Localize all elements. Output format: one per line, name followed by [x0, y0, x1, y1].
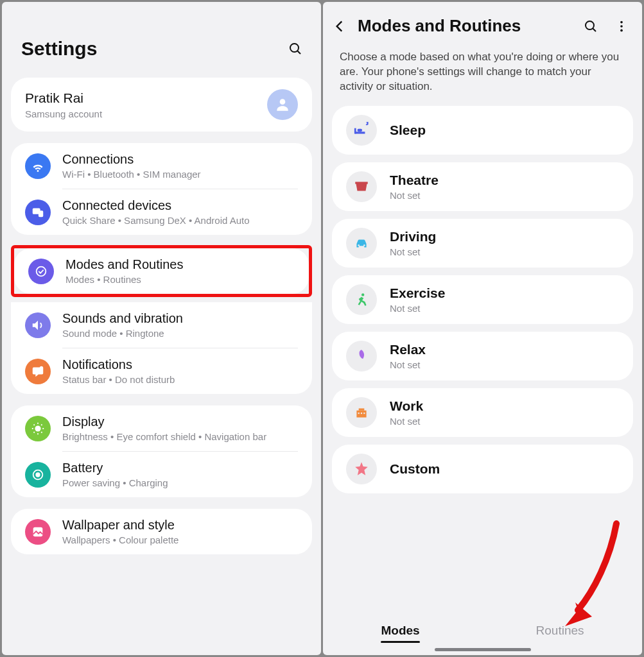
row-title: Display [62, 414, 298, 429]
svg-point-2 [280, 99, 286, 105]
mode-driving[interactable]: Driving Not set [332, 219, 633, 268]
mode-sleep[interactable]: Sleep [332, 106, 633, 155]
tab-routines[interactable]: Routines [536, 620, 584, 642]
row-sounds[interactable]: Sounds and vibration Sound mode • Ringto… [11, 302, 312, 348]
row-display[interactable]: Display Brightness • Eye comfort shield … [11, 405, 312, 451]
svg-rect-24 [358, 129, 363, 132]
settings-group-display: Display Brightness • Eye comfort shield … [11, 405, 312, 497]
mode-title: Relax [390, 342, 426, 357]
mode-sub: Not set [390, 303, 445, 314]
devices-icon [25, 200, 51, 225]
display-icon [25, 416, 51, 441]
row-title: Battery [62, 461, 298, 475]
page-title: Modes and Routines [355, 16, 575, 36]
search-icon[interactable] [286, 40, 304, 58]
mode-title: Custom [390, 461, 440, 477]
row-title: Notifications [62, 357, 298, 372]
account-card[interactable]: Pratik Rai Samsung account [11, 78, 312, 132]
row-sub: Power saving • Charging [62, 477, 298, 488]
wallpaper-icon [25, 519, 51, 545]
row-connected-devices[interactable]: Connected devices Quick Share • Samsung … [11, 189, 312, 235]
row-title: Sounds and vibration [62, 311, 298, 326]
mode-title: Theatre [390, 173, 439, 188]
mode-custom[interactable]: Custom [332, 445, 633, 493]
highlight-annotation: Modes and Routines Modes • Routines [11, 245, 312, 297]
svg-rect-18 [33, 527, 43, 536]
battery-icon [25, 462, 51, 488]
row-sub: Brightness • Eye comfort shield • Naviga… [62, 431, 298, 442]
custom-icon [346, 454, 377, 484]
svg-point-0 [290, 44, 299, 52]
page-title: Settings [21, 38, 97, 60]
avatar[interactable] [267, 89, 298, 120]
mode-title: Work [390, 398, 423, 414]
row-notifications[interactable]: Notifications Status bar • Do not distur… [11, 348, 312, 394]
svg-line-12 [33, 424, 34, 425]
svg-rect-30 [361, 413, 362, 414]
row-modes-routines[interactable]: Modes and Routines Modes • Routines [14, 248, 309, 294]
mode-title: Driving [390, 229, 436, 244]
row-sub: Wi-Fi • Bluetooth • SIM manager [62, 169, 298, 180]
tab-modes[interactable]: Modes [381, 620, 419, 642]
driving-icon [346, 228, 377, 259]
svg-point-6 [40, 366, 44, 370]
row-wallpaper[interactable]: Wallpaper and style Wallpapers • Colour … [11, 509, 312, 554]
row-sub: Wallpapers • Colour palette [62, 534, 298, 545]
mode-sub: Not set [390, 246, 436, 257]
svg-line-14 [33, 432, 34, 432]
svg-point-21 [620, 21, 623, 23]
row-battery[interactable]: Battery Power saving • Charging [11, 452, 312, 497]
row-sub: Modes • Routines [65, 274, 295, 285]
svg-rect-25 [355, 182, 368, 183]
svg-point-28 [361, 293, 364, 296]
mode-sub: Not set [390, 359, 426, 370]
row-connections[interactable]: Connections Wi-Fi • Bluetooth • SIM mana… [11, 143, 312, 189]
home-indicator[interactable] [435, 648, 531, 651]
bottom-tabs: Modes Routines [323, 611, 642, 648]
modes-routines-screen: Modes and Routines Choose a mode based o… [323, 2, 642, 655]
row-sub: Sound mode • Ringtone [62, 328, 298, 339]
svg-rect-31 [363, 413, 365, 414]
svg-point-26 [358, 244, 360, 246]
relax-icon [346, 341, 377, 371]
work-icon [346, 397, 377, 428]
settings-group-wallpaper: Wallpaper and style Wallpapers • Colour … [11, 509, 312, 554]
mode-sub: Not set [390, 416, 423, 427]
settings-screen: Settings Pratik Rai Samsung account [2, 2, 321, 655]
sleep-icon [346, 115, 377, 146]
mode-work[interactable]: Work Not set [332, 388, 633, 437]
mode-relax[interactable]: Relax Not set [332, 332, 633, 380]
row-title: Connections [62, 152, 298, 167]
search-icon[interactable] [582, 17, 600, 35]
mode-title: Sleep [390, 123, 426, 138]
svg-point-17 [36, 473, 40, 477]
sound-icon [25, 312, 51, 338]
mode-theatre[interactable]: Theatre Not set [332, 162, 633, 211]
svg-point-23 [620, 29, 623, 31]
svg-point-27 [363, 244, 365, 246]
modes-icon [28, 259, 54, 284]
account-name: Pratik Rai [25, 90, 102, 106]
more-icon[interactable] [613, 17, 631, 35]
svg-line-15 [41, 424, 42, 425]
account-sub: Samsung account [25, 108, 102, 119]
mode-exercise[interactable]: Exercise Not set [332, 275, 633, 324]
notifications-icon [25, 359, 51, 384]
page-description: Choose a mode based on what you're doing… [323, 50, 642, 106]
svg-rect-4 [39, 210, 43, 217]
mode-title: Exercise [390, 286, 445, 301]
mode-sub: Not set [390, 190, 439, 201]
svg-rect-29 [358, 413, 360, 414]
back-icon[interactable] [331, 17, 349, 35]
svg-line-1 [297, 51, 300, 54]
wifi-icon [25, 153, 51, 179]
row-title: Modes and Routines [65, 257, 295, 272]
svg-point-19 [586, 21, 594, 30]
row-sub: Status bar • Do not disturb [62, 374, 298, 385]
svg-point-7 [35, 425, 40, 431]
exercise-icon [346, 284, 377, 315]
svg-point-5 [37, 266, 46, 276]
row-sub: Quick Share • Samsung DeX • Android Auto [62, 215, 298, 226]
settings-group-sound: Sounds and vibration Sound mode • Ringto… [11, 302, 312, 394]
settings-group-connections: Connections Wi-Fi • Bluetooth • SIM mana… [11, 143, 312, 235]
